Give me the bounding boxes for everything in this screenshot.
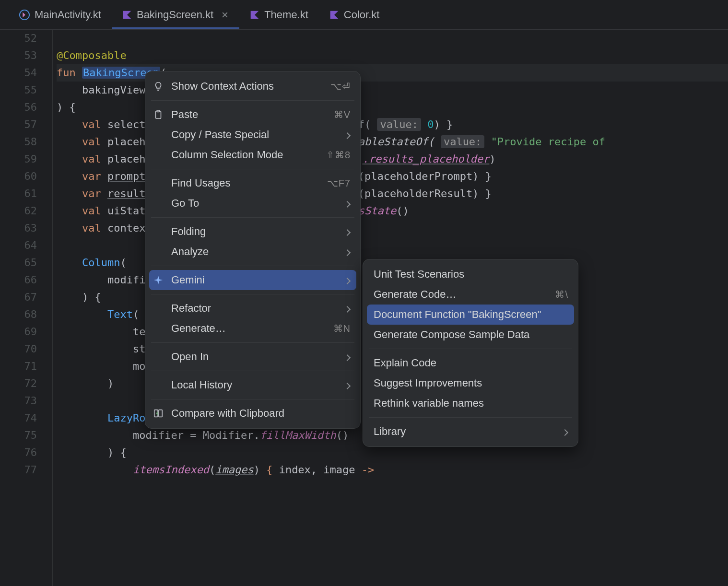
- menu-item-label: Analyze: [171, 246, 345, 258]
- menu-item-label: Document Function "BakingScreen": [374, 308, 568, 321]
- kotlin-file-icon: [122, 10, 132, 20]
- line-number: 73: [0, 392, 37, 410]
- line-number: 69: [0, 323, 37, 340]
- menu-separator: [151, 342, 354, 343]
- kotlin-activity-icon: [19, 10, 30, 20]
- menu-separator: [369, 349, 572, 349]
- line-number: 66: [0, 271, 37, 289]
- line-number: 54: [0, 64, 37, 82]
- menu-item-unit-tests[interactable]: Unit Test Scenarios: [363, 264, 578, 284]
- chevron-right-icon: [345, 379, 351, 391]
- chevron-right-icon: [345, 129, 351, 141]
- line-gutter: 5253545556575859606162636465666768697071…: [0, 30, 53, 586]
- line-number: 74: [0, 410, 37, 427]
- menu-item-label: Column Selection Mode: [171, 149, 326, 161]
- menu-shortcut: ⌘N: [333, 323, 351, 334]
- menu-separator: [151, 169, 354, 169]
- menu-item-compare-clipboard[interactable]: Compare with Clipboard: [145, 403, 360, 423]
- line-number: 65: [0, 254, 37, 271]
- chevron-right-icon: [345, 197, 351, 210]
- svg-rect-4: [159, 410, 162, 417]
- code-line[interactable]: [57, 30, 728, 47]
- menu-item-doc-function[interactable]: Document Function "BakingScreen": [367, 305, 574, 325]
- code-line[interactable]: @Composable: [57, 47, 728, 64]
- menu-item-rethink[interactable]: Rethink variable names: [363, 393, 578, 413]
- close-icon[interactable]: [221, 11, 229, 19]
- tab-theme[interactable]: Theme.kt: [239, 0, 319, 29]
- gemini-submenu: Unit Test ScenariosGenerate Code…⌘\Docum…: [363, 259, 578, 447]
- line-number: 64: [0, 237, 37, 254]
- line-number: 76: [0, 444, 37, 461]
- menu-item-label: Suggest Improvements: [374, 377, 568, 389]
- line-number: 53: [0, 47, 37, 64]
- menu-item-analyze[interactable]: Analyze: [145, 242, 360, 262]
- menu-shortcut: ⌘\: [555, 289, 568, 300]
- bulb-icon: [153, 81, 164, 92]
- line-number: 56: [0, 99, 37, 116]
- menu-item-folding[interactable]: Folding: [145, 222, 360, 242]
- menu-shortcut: ⌥F7: [327, 177, 351, 189]
- menu-item-label: Find Usages: [171, 177, 327, 189]
- menu-item-generate[interactable]: Generate…⌘N: [145, 318, 360, 339]
- tab-mainactivity[interactable]: MainActivity.kt: [9, 0, 112, 29]
- menu-shortcut: ⌥⏎: [330, 81, 351, 92]
- menu-shortcut: ⇧⌘8: [326, 149, 351, 161]
- menu-item-label: Unit Test Scenarios: [374, 268, 568, 281]
- menu-item-label: Generate Compose Sample Data: [374, 328, 568, 341]
- menu-item-library[interactable]: Library: [363, 422, 578, 442]
- menu-separator: [151, 217, 354, 218]
- menu-item-label: Generate Code…: [374, 288, 555, 301]
- line-number: 62: [0, 202, 37, 220]
- kotlin-file-icon: [250, 10, 259, 20]
- line-number: 71: [0, 358, 37, 375]
- menu-item-label: Refactor: [171, 302, 345, 315]
- menu-item-copy-paste-special[interactable]: Copy / Paste Special: [145, 125, 360, 145]
- menu-separator: [151, 294, 354, 294]
- menu-item-gemini[interactable]: Gemini: [149, 270, 356, 290]
- chevron-right-icon: [345, 274, 351, 286]
- menu-item-label: Open In: [171, 351, 345, 363]
- tab-label: BakingScreen.kt: [137, 9, 213, 21]
- menu-item-gen-compose[interactable]: Generate Compose Sample Data: [363, 325, 578, 345]
- tab-bakingscreen[interactable]: BakingScreen.kt: [112, 0, 239, 29]
- line-number: 57: [0, 116, 37, 133]
- menu-item-label: Explain Code: [374, 357, 568, 369]
- tab-label: Theme.kt: [264, 9, 308, 21]
- menu-separator: [151, 399, 354, 399]
- menu-item-go-to[interactable]: Go To: [145, 193, 360, 213]
- menu-item-label: Rethink variable names: [374, 397, 568, 410]
- line-number: 72: [0, 375, 37, 392]
- tab-label: MainActivity.kt: [35, 9, 101, 21]
- menu-item-find-usages[interactable]: Find Usages⌥F7: [145, 173, 360, 193]
- line-number: 75: [0, 427, 37, 444]
- line-number: 58: [0, 133, 37, 151]
- line-number: 61: [0, 185, 37, 202]
- menu-item-open-in[interactable]: Open In: [145, 347, 360, 367]
- menu-item-label: Go To: [171, 197, 345, 210]
- editor-tabbar: MainActivity.kt BakingScreen.kt Theme.kt…: [0, 0, 728, 30]
- clipboard-icon: [153, 109, 164, 120]
- menu-item-refactor[interactable]: Refactor: [145, 298, 360, 318]
- menu-item-suggest[interactable]: Suggest Improvements: [363, 373, 578, 393]
- menu-item-label: Local History: [171, 379, 345, 391]
- menu-separator: [369, 417, 572, 418]
- menu-item-explain[interactable]: Explain Code: [363, 353, 578, 373]
- menu-item-local-history[interactable]: Local History: [145, 375, 360, 395]
- line-number: 67: [0, 289, 37, 306]
- chevron-right-icon: [345, 246, 351, 258]
- chevron-right-icon: [345, 351, 351, 363]
- menu-separator: [151, 371, 354, 371]
- menu-item-context-actions[interactable]: Show Context Actions⌥⏎: [145, 76, 360, 96]
- menu-item-column-selection[interactable]: Column Selection Mode⇧⌘8: [145, 145, 360, 165]
- menu-item-gen-code[interactable]: Generate Code…⌘\: [363, 284, 578, 305]
- menu-item-label: Copy / Paste Special: [171, 129, 345, 141]
- diff-icon: [153, 408, 164, 419]
- menu-item-paste[interactable]: Paste⌘V: [145, 105, 360, 125]
- chevron-right-icon: [345, 302, 351, 315]
- line-number: 70: [0, 340, 37, 358]
- tab-color[interactable]: Color.kt: [319, 0, 390, 29]
- menu-item-label: Folding: [171, 225, 345, 238]
- chevron-right-icon: [345, 225, 351, 238]
- tab-label: Color.kt: [344, 9, 380, 21]
- code-line[interactable]: itemsIndexed(images) { index, image ->: [57, 461, 728, 479]
